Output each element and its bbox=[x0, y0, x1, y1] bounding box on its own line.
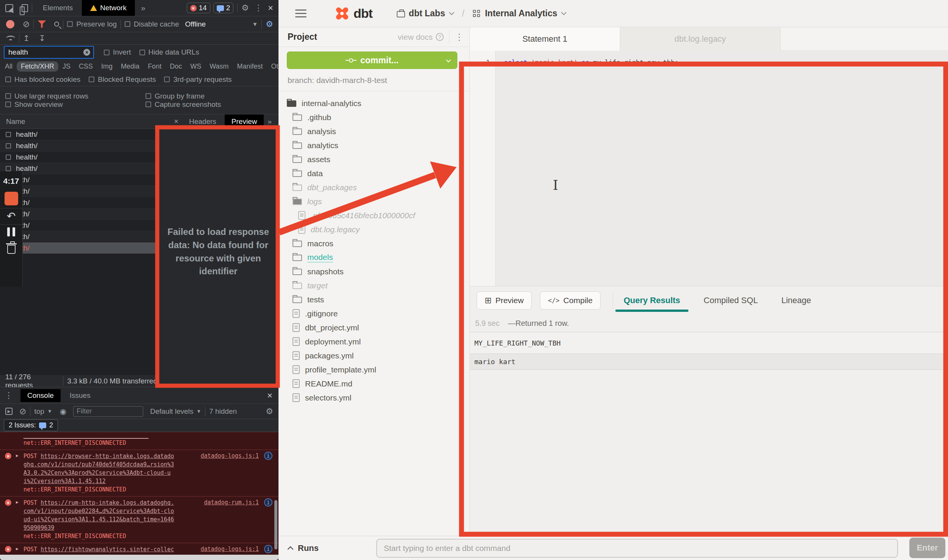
console-scrollbar[interactable] bbox=[274, 500, 277, 549]
account-chevron-icon[interactable] bbox=[449, 10, 454, 15]
live-expression-eye-icon[interactable]: ◉ bbox=[60, 407, 66, 416]
tree-item-assets[interactable]: assets bbox=[278, 152, 470, 166]
throttling-select[interactable]: Offline bbox=[185, 20, 206, 28]
type-filter-css[interactable]: CSS bbox=[75, 61, 97, 72]
close-detail-icon[interactable]: × bbox=[174, 117, 178, 126]
tab-issues[interactable]: Issues bbox=[70, 391, 91, 400]
results-tab-compiled-sql[interactable]: Compiled SQL bbox=[704, 296, 758, 305]
tree-item-readme-md[interactable]: README.md bbox=[278, 377, 470, 391]
project-kebab-icon[interactable]: ⋮ bbox=[455, 32, 464, 42]
request-checkbox[interactable] bbox=[6, 132, 11, 137]
tree-item-selectors-yml[interactable]: selectors.yml bbox=[278, 391, 470, 405]
tab-headers[interactable]: Headers bbox=[189, 117, 216, 126]
tree-item-models[interactable]: models bbox=[278, 250, 470, 264]
tree-item-dbt-project-yml[interactable]: dbt_project.yml bbox=[278, 321, 470, 335]
type-filter-all[interactable]: All bbox=[1, 61, 17, 72]
sql-editor[interactable]: 1 select 'mario kart' as my_life_right_n… bbox=[470, 51, 948, 286]
more-tabs-icon[interactable]: » bbox=[141, 3, 145, 13]
name-column-header[interactable]: Name bbox=[6, 117, 25, 126]
record-network-log-icon[interactable] bbox=[6, 20, 14, 28]
hide-data-urls-checkbox[interactable] bbox=[139, 50, 145, 55]
enter-button[interactable]: Enter bbox=[909, 538, 945, 558]
export-har-icon[interactable]: ↧ bbox=[39, 34, 46, 43]
issues-summary-chip[interactable]: 2 Issues: 2 bbox=[4, 419, 58, 431]
tab-preview[interactable]: Preview bbox=[225, 114, 264, 128]
type-filter-other[interactable]: Other bbox=[267, 61, 278, 72]
editor-tab-dbt-log-legacy[interactable]: dbt.log.legacy bbox=[620, 27, 781, 51]
type-filter-doc[interactable]: Doc bbox=[166, 61, 186, 72]
results-tab-query-results[interactable]: Query Results bbox=[624, 296, 680, 305]
network-settings-gear-icon[interactable]: ⚙ bbox=[266, 19, 273, 29]
tab-elements[interactable]: Elements bbox=[43, 4, 73, 12]
view-option-checkbox[interactable] bbox=[5, 93, 11, 99]
import-har-icon[interactable]: ↥ bbox=[23, 34, 30, 43]
project-switcher[interactable]: Internal Analytics bbox=[485, 8, 557, 19]
request-row[interactable]: alth/ bbox=[0, 174, 157, 186]
clear-network-log-icon[interactable]: ⊘ bbox=[23, 19, 30, 29]
console-settings-gear-icon[interactable]: ⚙ bbox=[266, 407, 273, 416]
console-filter-input[interactable] bbox=[73, 406, 143, 417]
request-row[interactable]: alth/ bbox=[0, 231, 157, 242]
tree-item-internal-analytics[interactable]: internal-analytics bbox=[278, 96, 470, 110]
source-location-link[interactable]: datadog-logs.js:1 bbox=[200, 546, 259, 552]
request-url-link[interactable]: https://rum-http-intake.logs.datadoghq.c… bbox=[23, 499, 174, 531]
request-row[interactable]: alth/ bbox=[0, 220, 157, 231]
context-select[interactable]: top bbox=[34, 407, 44, 416]
runs-label[interactable]: Runs bbox=[298, 543, 319, 553]
console-error-message[interactable]: ×▶POST https://fishtownanalytics.sinter-… bbox=[0, 543, 278, 555]
tree-item--github[interactable]: .github bbox=[278, 110, 470, 124]
request-checkbox[interactable] bbox=[6, 143, 11, 149]
view-option-checkbox[interactable] bbox=[145, 102, 151, 107]
close-devtools-icon[interactable]: × bbox=[268, 3, 273, 13]
pause-recording-icon[interactable] bbox=[7, 227, 15, 236]
request-url-link[interactable]: https://browser-http-intake.logs.datadog… bbox=[23, 453, 174, 485]
blocked-filter-checkbox[interactable] bbox=[89, 77, 94, 82]
request-row[interactable]: alth/ bbox=[0, 197, 157, 208]
view-docs-link[interactable]: view docs bbox=[398, 33, 433, 42]
type-filter-img[interactable]: Img bbox=[97, 61, 117, 72]
console-error-message[interactable]: ×▶POST https://browser-http-intake.logs.… bbox=[0, 450, 278, 496]
expand-caret-icon[interactable]: ▶ bbox=[16, 500, 19, 505]
clear-filter-icon[interactable]: × bbox=[83, 49, 90, 56]
blocked-filter-checkbox[interactable] bbox=[164, 77, 170, 82]
tree-item-profile-template-yml[interactable]: profile_template.yml bbox=[278, 363, 470, 377]
expand-caret-icon[interactable]: ▶ bbox=[16, 546, 19, 551]
console-error-message[interactable]: ×▶POST https://rum-http-intake.logs.data… bbox=[0, 496, 278, 543]
disable-cache-checkbox[interactable] bbox=[125, 21, 130, 27]
type-filter-fetchxhr[interactable]: Fetch/XHR bbox=[17, 61, 58, 72]
project-chevron-icon[interactable] bbox=[561, 10, 566, 15]
commit-dropdown-chevron-icon[interactable] bbox=[446, 58, 451, 63]
request-row[interactable]: health/ bbox=[0, 140, 157, 152]
request-checkbox[interactable] bbox=[6, 155, 11, 160]
dbt-command-input[interactable] bbox=[376, 539, 898, 558]
request-row[interactable]: alth/ bbox=[0, 208, 157, 220]
tree-item-packages-yml[interactable]: packages.yml bbox=[278, 349, 470, 363]
request-url-link[interactable]: https://fishtownanalytics.sinter-collect… bbox=[23, 546, 174, 555]
error-count-badge[interactable]: ×14 bbox=[187, 3, 210, 13]
request-row[interactable]: alth/ bbox=[0, 242, 157, 254]
type-filter-media[interactable]: Media bbox=[117, 61, 144, 72]
request-row[interactable]: alth/ bbox=[0, 186, 157, 197]
results-tab-lineage[interactable]: Lineage bbox=[781, 296, 811, 305]
request-row[interactable]: health/ bbox=[0, 129, 157, 140]
info-circle-icon[interactable]: i bbox=[264, 498, 272, 507]
type-filter-font[interactable]: Font bbox=[144, 61, 166, 72]
log-levels-select[interactable]: Default levels bbox=[150, 407, 193, 416]
network-conditions-icon[interactable] bbox=[6, 36, 15, 41]
tree-item-deployment-yml[interactable]: deployment.yml bbox=[278, 335, 470, 349]
help-icon[interactable]: ? bbox=[436, 33, 444, 41]
restart-recording-icon[interactable]: ↶ bbox=[7, 211, 16, 222]
tree-item-target[interactable]: target bbox=[278, 278, 470, 293]
blocked-filter-checkbox[interactable] bbox=[5, 77, 11, 82]
tree-item-dbt-packages[interactable]: dbt_packages bbox=[278, 180, 470, 194]
runs-collapse-icon[interactable] bbox=[288, 546, 294, 552]
type-filter-wasm[interactable]: Wasm bbox=[205, 61, 233, 72]
console-error-message[interactable]: net::ERR_INTERNET_DISCONNECTED bbox=[0, 432, 278, 450]
request-checkbox[interactable] bbox=[6, 166, 11, 171]
close-console-icon[interactable]: × bbox=[267, 390, 272, 401]
view-option-checkbox[interactable] bbox=[145, 93, 151, 99]
tab-console[interactable]: Console bbox=[20, 389, 61, 402]
account-switcher[interactable]: dbt Labs bbox=[409, 8, 445, 19]
type-filter-manifest[interactable]: Manifest bbox=[233, 61, 267, 72]
discard-recording-icon[interactable] bbox=[7, 245, 16, 254]
